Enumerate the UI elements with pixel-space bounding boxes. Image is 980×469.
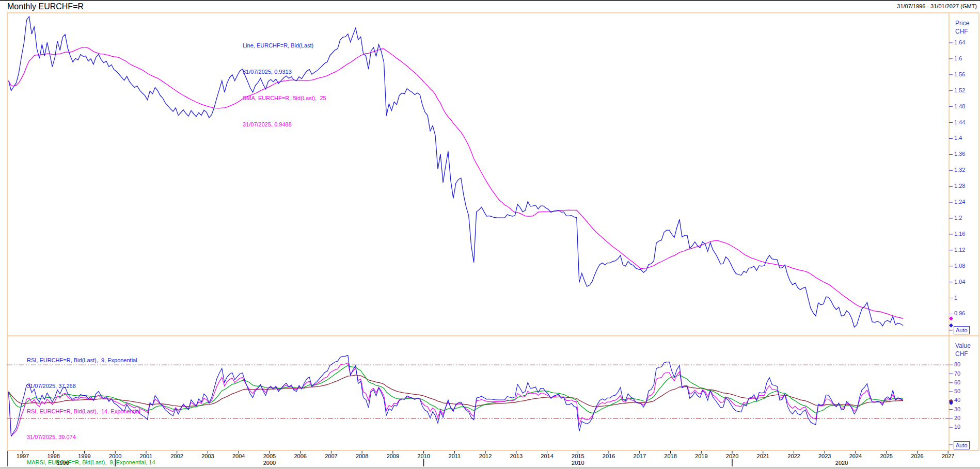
year-label: 2009 (387, 453, 399, 459)
price-last-value-marker (949, 324, 953, 328)
price-tick-label: 1.12 (954, 247, 965, 253)
sma-last-value-marker (949, 316, 953, 320)
legend-rsi9-name: RSI, EURCHF=R, Bid(Last), 9, Exponential (27, 356, 159, 365)
year-label: 1999 (78, 453, 90, 459)
value-tick-label: 50 (954, 388, 960, 394)
legend-rsi9-value: 31/07/2025, 37.268 (27, 382, 159, 391)
value-tick-label: 20 (954, 415, 960, 421)
price-tick-label: 1.56 (954, 71, 965, 77)
price-axis-unit: CHF (955, 28, 968, 35)
price-tick-label: 1.24 (954, 199, 965, 205)
year-label: 2021 (757, 453, 769, 459)
value-axis-auto-button[interactable]: Auto (954, 441, 970, 449)
legend-rsi14-value: 31/07/2025, 39.074 (27, 433, 159, 442)
price-axis-auto-button[interactable]: Auto (954, 326, 970, 334)
year-label: 2024 (849, 453, 862, 459)
year-label: 2014 (541, 453, 553, 459)
legend-price-value: 31/07/2025, 0.9313 (243, 68, 326, 76)
price-tick-label: 1.2 (954, 215, 962, 221)
window-bottom-edge (0, 467, 980, 469)
year-label: 2011 (449, 453, 461, 459)
year-label: 2018 (664, 453, 676, 459)
year-label: 2003 (201, 453, 214, 459)
legend-marsi9-name: MARSI, EURCHF=R, Bid(Last), 9, Exponenti… (27, 458, 159, 467)
year-label: 2001 (140, 453, 152, 459)
year-label: 2015 (572, 453, 584, 459)
year-label: 2027 (942, 453, 954, 459)
year-label: 2023 (818, 453, 831, 459)
main-chart-plot-area[interactable] (7, 13, 949, 336)
value-tick-label: 40 (954, 397, 960, 403)
decade-label: 2000 (263, 460, 276, 466)
price-tick-label: 1.44 (954, 119, 965, 125)
year-label: 2010 (417, 453, 430, 459)
price-tick-label: 1.04 (954, 279, 965, 285)
price-tick-label: 1 (954, 295, 957, 301)
price-tick-label: 1.64 (954, 39, 965, 45)
year-label: 2025 (880, 453, 892, 459)
year-label: 2000 (109, 453, 121, 459)
value-axis-header: Value (955, 342, 971, 349)
price-tick-label: 1.52 (954, 87, 965, 93)
value-axis-unit: CHF (955, 350, 968, 358)
price-axis-header: Price (955, 20, 969, 27)
legend-rsi14-name: RSI, EURCHF=R, Bid(Last), 14, Exponentia… (27, 407, 159, 416)
chart-application-window: Monthly EURCHF=R 31/07/1996 - 31/01/2027… (0, 0, 980, 469)
price-tick-label: 1.6 (954, 55, 962, 61)
year-label: 2007 (325, 453, 337, 459)
price-tick-label: 1.36 (954, 151, 965, 157)
year-label: 2006 (294, 453, 306, 459)
price-tick-label: 1.28 (954, 183, 965, 189)
price-tick-label: 1.08 (954, 263, 965, 269)
rsi-legend: RSI, EURCHF=R, Bid(Last), 9, Exponential… (27, 339, 159, 469)
year-label: 2008 (356, 453, 368, 459)
value-tick-label: 70 (954, 370, 960, 377)
decade-label: 1990 (56, 460, 69, 466)
legend-sma-value: 31/07/2025, 0.9488 (243, 120, 326, 129)
decade-label: 2010 (572, 460, 584, 466)
legend-sma-name: SMA, EURCHF=R, Bid(Last), 25 (243, 94, 326, 103)
year-label: 1998 (47, 453, 59, 459)
year-label: 2002 (170, 453, 183, 459)
main-legend: Line, EURCHF=R, Bid(Last) 31/07/2025, 0.… (243, 24, 326, 147)
price-tick-label: 1.4 (954, 135, 962, 141)
year-label: 2012 (479, 453, 492, 459)
decade-label: 2020 (835, 460, 848, 466)
year-label: 2004 (232, 453, 245, 459)
value-tick-label: 10 (954, 424, 960, 430)
year-label: 2019 (695, 453, 707, 459)
value-tick-label: 80 (954, 361, 960, 367)
price-tick-label: 1.32 (954, 167, 965, 173)
value-tick-label: 30 (954, 406, 960, 412)
year-label: 2020 (726, 453, 738, 459)
legend-price-name: Line, EURCHF=R, Bid(Last) (243, 41, 326, 50)
price-tick-label: 1.16 (954, 231, 965, 237)
price-tick-label: 0.96 (954, 310, 965, 316)
year-label: 2005 (263, 453, 276, 459)
year-label: 2017 (634, 453, 646, 459)
value-tick-label: 60 (954, 379, 960, 385)
price-tick-label: 1.48 (954, 103, 965, 109)
year-label: 2016 (603, 453, 615, 459)
year-label: 2013 (510, 453, 523, 459)
year-label: 1997 (17, 453, 29, 459)
year-label: 2022 (787, 453, 800, 459)
year-label: 2026 (911, 453, 923, 459)
